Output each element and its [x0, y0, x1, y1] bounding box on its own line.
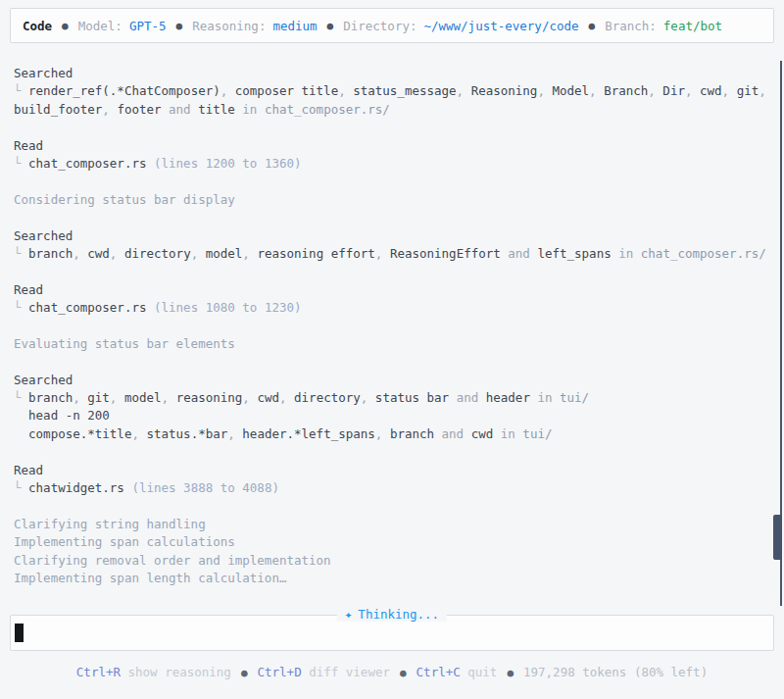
text-segment: footer	[117, 102, 161, 117]
history-blank-line	[14, 353, 770, 371]
composer-input[interactable]: ✦Thinking...	[10, 615, 774, 651]
text-segment: Read	[14, 463, 43, 477]
text-segment: and	[449, 390, 486, 405]
text-segment: Dir	[662, 83, 685, 98]
text-segment: Evaluating status bar elements	[14, 336, 235, 351]
scrollbar-thumb[interactable]	[773, 515, 782, 560]
history-blank-line	[14, 119, 770, 136]
text-segment: Clarifying string handling	[14, 517, 206, 531]
text-segment: cwd	[87, 246, 110, 261]
text-segment: ,	[242, 390, 257, 405]
text-segment: ,	[73, 390, 87, 405]
text-segment: ,	[220, 83, 235, 98]
branch-label: Branch:	[605, 19, 657, 33]
history-line: Implementing span length calculation…	[14, 570, 770, 587]
text-segment: ,	[685, 83, 700, 98]
text-segment: Considering status bar display	[14, 192, 235, 207]
history: Searched└ render_ref(.*ChatComposer), co…	[14, 65, 770, 587]
text-segment: ,	[73, 246, 87, 261]
text-segment: ,	[110, 246, 124, 261]
terminal-window: { "header": { "app_name": "Code", "separ…	[0, 0, 784, 699]
text-segment: ,	[537, 83, 552, 98]
text-segment: Branch	[604, 83, 648, 98]
bullet-separator: ●	[62, 20, 69, 32]
text-segment: └	[14, 300, 28, 315]
footer-shortcuts: Ctrl+R show reasoning●Ctrl+D diff viewer…	[0, 664, 784, 682]
text-segment: and	[434, 426, 471, 441]
text-segment: and	[162, 102, 199, 117]
reasoning-value: medium	[272, 19, 317, 33]
text-segment: Searched	[14, 66, 73, 80]
text-segment: chat_composer.rs/	[641, 246, 766, 261]
history-line: └ branch, cwd, directory, model, reasoni…	[14, 245, 770, 263]
text-segment: in	[493, 426, 522, 441]
text-segment: Searched	[14, 373, 73, 387]
text-segment: title	[198, 102, 235, 117]
text-segment: model	[206, 246, 243, 261]
model-value: GPT-5	[129, 19, 167, 33]
text-segment: in	[235, 102, 265, 117]
text-segment: └	[14, 246, 28, 261]
status-bar: Code ● Model: GPT-5 ● Reasoning: medium …	[10, 8, 774, 43]
text-segment: ,	[162, 390, 176, 405]
shortcut-keys[interactable]: Ctrl+C	[416, 665, 461, 679]
text-segment: Searched	[14, 228, 73, 243]
text-segment: chat_composer.rs	[28, 300, 146, 315]
history-line: head -n 200	[14, 407, 770, 424]
text-segment: cwd	[700, 83, 722, 98]
text-segment: └	[14, 156, 28, 171]
text-segment: git	[87, 390, 110, 405]
text-segment: Clarifying removal order and implementat…	[14, 553, 331, 568]
text-segment: ,	[457, 83, 471, 98]
text-segment: cwd	[257, 390, 279, 405]
text-segment: chatwidget.rs	[28, 480, 124, 495]
text-segment: ,	[338, 83, 353, 98]
text-segment: ,	[227, 426, 242, 441]
shortcut-label: quit	[461, 665, 498, 679]
text-segment: composer title	[235, 83, 338, 98]
text-segment: ,	[242, 246, 257, 261]
text-segment: git	[737, 83, 760, 98]
text-segment: reasoning	[176, 390, 243, 405]
shortcut-keys[interactable]: Ctrl+D	[258, 665, 302, 679]
text-segment: Model	[552, 83, 589, 98]
text-segment: branch	[390, 426, 434, 441]
history-line: └ chat_composer.rs (lines 1080 to 1230)	[14, 299, 770, 317]
history-line: compose.*title, status.*bar, header.*lef…	[14, 425, 770, 443]
history-line: Read	[14, 137, 770, 155]
text-segment: └	[14, 83, 28, 98]
shortcut-label: show reasoning	[121, 665, 231, 679]
text-segment: status_message	[353, 83, 456, 98]
directory-label: Directory:	[343, 19, 416, 33]
history-blank-line	[14, 443, 770, 461]
shortcut-keys[interactable]: Ctrl+R	[76, 665, 121, 679]
text-segment: ,	[191, 246, 206, 261]
text-segment: directory	[124, 246, 191, 261]
text-segment	[14, 426, 28, 441]
text-cursor	[15, 624, 24, 642]
text-segment: (lines 1200 to 1360)	[146, 156, 301, 171]
text-segment: (lines 1080 to 1230)	[146, 300, 301, 315]
text-segment: chat_composer.rs	[28, 156, 146, 171]
directory-value: ~/www/just-every/code	[423, 19, 578, 33]
text-segment: ,	[279, 390, 294, 405]
history-line: Read	[14, 281, 770, 299]
history-blank-line	[14, 497, 770, 515]
sparkle-icon: ✦	[345, 607, 353, 622]
history-blank-line	[14, 173, 770, 190]
history-line: build_footer, footer and title in chat_c…	[14, 101, 770, 119]
history-line: Searched	[14, 227, 770, 245]
history-line: └ chat_composer.rs (lines 1200 to 1360)	[14, 155, 770, 173]
history-line: Considering status bar display	[14, 191, 770, 209]
bullet-separator: ●	[589, 20, 596, 32]
model-label: Model:	[78, 19, 122, 33]
history-line: └ render_ref(.*ChatComposer), composer t…	[14, 82, 770, 100]
thinking-label: Thinking...	[358, 607, 439, 622]
text-segment: in	[612, 246, 641, 261]
text-segment: cwd	[471, 426, 494, 441]
bullet-separator: ●	[176, 20, 183, 32]
text-segment: chat_composer.rs/	[265, 102, 390, 117]
text-segment: └	[14, 390, 28, 405]
text-segment: head -n 200	[28, 408, 110, 423]
bullet-separator: ●	[400, 667, 407, 679]
